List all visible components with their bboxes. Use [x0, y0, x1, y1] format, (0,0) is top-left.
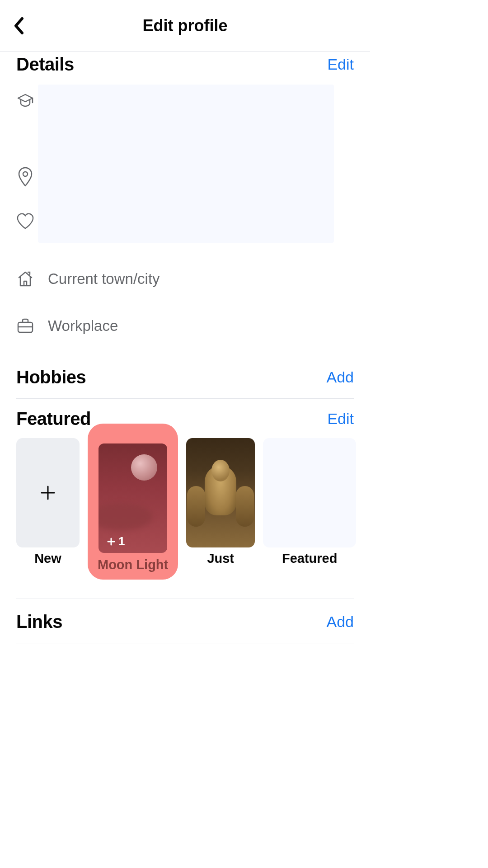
- graduation-cap-icon: [16, 92, 34, 110]
- featured-card-label: Featured: [282, 551, 337, 566]
- page-title: Edit profile: [0, 16, 370, 35]
- featured-card-moon-light[interactable]: 1 Moon Light: [88, 424, 178, 580]
- featured-badge-value: 1: [118, 534, 125, 548]
- moon-graphic: [131, 454, 157, 481]
- chevron-left-icon: [13, 17, 25, 35]
- location-pin-icon: [17, 167, 33, 187]
- featured-section: Featured Edit New 1: [0, 399, 370, 599]
- hobbies-title: Hobbies: [16, 367, 86, 387]
- svg-point-0: [23, 172, 28, 176]
- header-bar: Edit profile: [0, 0, 370, 52]
- home-icon: [16, 270, 34, 288]
- featured-edit-link[interactable]: Edit: [327, 410, 354, 428]
- links-title: Links: [16, 612, 62, 632]
- featured-card-featured[interactable]: Featured: [263, 438, 356, 566]
- back-button[interactable]: [9, 16, 29, 36]
- details-workplace-label: Workplace: [48, 317, 118, 335]
- details-workplace-row[interactable]: Workplace: [16, 310, 354, 342]
- cloud-graphic: [99, 503, 153, 530]
- hobbies-section: Hobbies Add: [0, 356, 370, 399]
- featured-card-label: Just: [207, 551, 234, 566]
- details-education-row[interactable]: [16, 85, 354, 117]
- details-relationship-row[interactable]: [16, 205, 354, 237]
- links-add-link[interactable]: Add: [327, 613, 354, 631]
- links-section: Links Add: [0, 599, 370, 643]
- details-edit-link[interactable]: Edit: [327, 56, 354, 73]
- featured-badge-count: 1: [107, 534, 125, 548]
- heart-icon: [16, 212, 34, 230]
- divider: [16, 643, 354, 643]
- featured-card-just[interactable]: Just: [186, 438, 255, 566]
- plus-icon: [40, 485, 56, 500]
- featured-card-new[interactable]: New: [16, 438, 80, 566]
- featured-list: New 1 Moon Light: [16, 438, 354, 580]
- featured-card-label: Moon Light: [98, 557, 168, 572]
- details-section: Details Edit: [0, 52, 370, 356]
- details-current-city-row[interactable]: Current town/city: [16, 263, 354, 295]
- featured-card-label: New: [34, 551, 61, 566]
- featured-thumb-relief: [186, 438, 255, 547]
- hobbies-add-link[interactable]: Add: [327, 368, 354, 386]
- featured-thumb-blank: [263, 438, 356, 547]
- details-location-row[interactable]: [16, 160, 354, 193]
- featured-thumb-moon: 1: [99, 443, 167, 553]
- featured-title: Featured: [16, 409, 91, 429]
- details-title: Details: [16, 54, 74, 75]
- briefcase-icon: [16, 318, 34, 334]
- plus-icon: [107, 537, 116, 546]
- details-current-city-label: Current town/city: [48, 270, 160, 288]
